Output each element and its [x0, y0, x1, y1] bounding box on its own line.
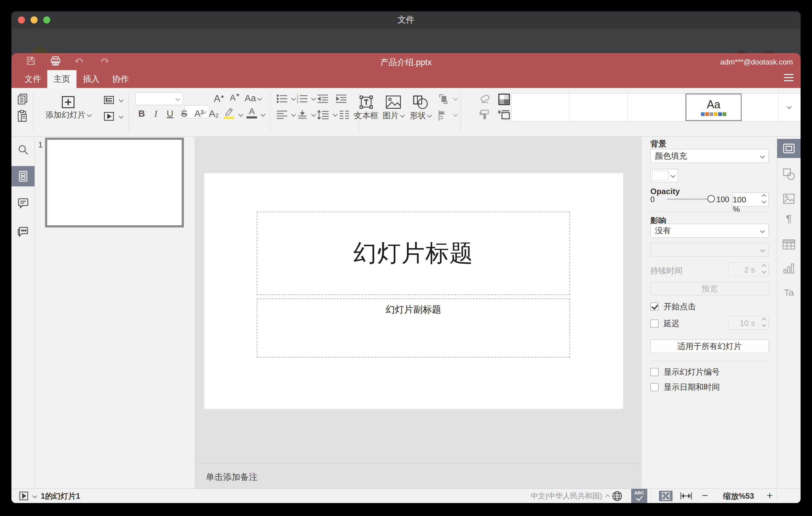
- vertical-align-icon[interactable]: [298, 110, 307, 119]
- highlight-color-button[interactable]: [224, 107, 234, 119]
- align-shape-icon[interactable]: [438, 110, 448, 121]
- apply-to-all-slides-button[interactable]: 适用于所有幻灯片: [650, 340, 769, 353]
- textart-settings-icon[interactable]: Ta: [777, 283, 801, 302]
- effect-select[interactable]: 没有: [650, 224, 769, 238]
- theme-gallery-expand[interactable]: [779, 93, 800, 121]
- columns-icon[interactable]: [339, 110, 350, 119]
- theme-option[interactable]: [570, 93, 628, 121]
- opacity-input[interactable]: 100 %: [732, 193, 769, 206]
- preview-button[interactable]: 预览: [650, 282, 769, 295]
- copy-icon[interactable]: [18, 93, 28, 105]
- spellcheck-icon[interactable]: ABC: [631, 489, 647, 503]
- save-icon[interactable]: [26, 56, 35, 67]
- zoom-in-button[interactable]: +: [767, 489, 773, 501]
- chevron-down-icon[interactable]: [311, 96, 316, 101]
- table-settings-icon[interactable]: [777, 235, 801, 254]
- theme-option[interactable]: [742, 93, 779, 121]
- chevron-down-icon[interactable]: [453, 112, 458, 117]
- slide-editing-area[interactable]: 幻灯片标题 幻灯片副标题: [204, 173, 623, 409]
- undo-icon[interactable]: [75, 58, 84, 67]
- fill-color-swatch[interactable]: [650, 169, 678, 182]
- subtitle-placeholder[interactable]: 幻灯片副标题: [257, 298, 570, 358]
- decrease-font-button[interactable]: A: [230, 93, 239, 103]
- chevron-down-icon[interactable]: [291, 96, 296, 101]
- chevron-down-icon[interactable]: [291, 112, 296, 117]
- redo-icon[interactable]: [100, 58, 109, 67]
- opacity-slider-track[interactable]: [667, 198, 711, 200]
- chevron-down-icon[interactable]: [32, 493, 37, 498]
- delay-input[interactable]: 10 s: [728, 316, 769, 329]
- effect-type-select[interactable]: [650, 243, 769, 257]
- font-name-select[interactable]: [136, 92, 183, 105]
- subscript-button[interactable]: A₂: [208, 108, 220, 119]
- slide-settings-icon[interactable]: [777, 139, 801, 158]
- chevron-up-icon[interactable]: [605, 494, 610, 499]
- checkbox-icon[interactable]: [650, 319, 659, 328]
- chart-settings-icon[interactable]: [777, 259, 801, 278]
- eraser-icon[interactable]: [479, 94, 490, 104]
- font-color-button[interactable]: A: [246, 107, 257, 118]
- bold-button[interactable]: B: [136, 108, 148, 119]
- chevron-down-icon[interactable]: [238, 112, 243, 117]
- chat-icon[interactable]: [11, 222, 34, 242]
- duration-input[interactable]: 2 s: [728, 263, 769, 276]
- theme-colors-icon[interactable]: [498, 93, 510, 105]
- chevron-down-icon[interactable]: [333, 112, 338, 117]
- tab-insert[interactable]: 插入: [77, 70, 106, 88]
- show-date-time-checkbox[interactable]: 显示日期和时间: [650, 382, 720, 393]
- increase-indent-icon[interactable]: [336, 94, 346, 104]
- slides-panel-icon[interactable]: [11, 166, 34, 187]
- fill-type-select[interactable]: 颜色填充: [650, 149, 769, 163]
- start-slideshow-status-icon[interactable]: [20, 492, 28, 501]
- tab-home[interactable]: 主页: [47, 70, 77, 88]
- change-case-button[interactable]: Aa: [245, 93, 261, 104]
- paint-roller-icon[interactable]: [479, 110, 490, 121]
- chevron-down-icon[interactable]: [119, 97, 124, 103]
- superscript-button[interactable]: A²: [193, 108, 205, 119]
- zoom-out-button[interactable]: −: [702, 489, 708, 501]
- paste-icon[interactable]: [18, 110, 28, 122]
- tab-file[interactable]: 文件: [19, 70, 47, 88]
- chevron-down-icon[interactable]: [261, 112, 266, 117]
- increase-font-button[interactable]: A: [214, 93, 224, 104]
- chevron-down-icon[interactable]: [311, 112, 316, 117]
- theme-option-selected[interactable]: Aa: [686, 93, 742, 121]
- checkbox-icon[interactable]: [650, 368, 659, 376]
- checkbox-checked-icon[interactable]: [650, 303, 659, 311]
- arrange-shape-icon[interactable]: [438, 93, 449, 105]
- title-placeholder[interactable]: 幻灯片标题: [257, 212, 570, 295]
- shape-settings-icon[interactable]: [777, 165, 801, 183]
- start-slideshow-icon[interactable]: [104, 112, 114, 121]
- image-settings-icon[interactable]: [777, 189, 801, 208]
- insert-textbox-button[interactable]: 文本框: [353, 88, 379, 121]
- slide-thumbnail[interactable]: [45, 138, 184, 227]
- print-icon[interactable]: [50, 56, 61, 67]
- opacity-slider-handle[interactable]: [707, 195, 715, 202]
- notes-area[interactable]: 单击添加备注: [195, 463, 641, 489]
- start-on-click-checkbox[interactable]: 开始点击: [650, 301, 696, 312]
- checkbox-icon[interactable]: [650, 383, 659, 391]
- numbering-icon[interactable]: 1 2 3: [297, 94, 308, 104]
- chevron-down-icon[interactable]: [119, 114, 124, 119]
- language-selector[interactable]: 中文(中华人民共和国): [531, 489, 602, 503]
- theme-option[interactable]: [512, 93, 570, 121]
- fit-to-width-icon[interactable]: [680, 492, 692, 501]
- show-slide-number-checkbox[interactable]: 显示幻灯片编号: [650, 367, 720, 377]
- slide-size-icon[interactable]: [498, 110, 510, 120]
- delay-checkbox[interactable]: 延迟: [650, 318, 680, 329]
- spinner-arrows[interactable]: [762, 195, 765, 203]
- insert-shape-button[interactable]: 形状: [408, 88, 433, 121]
- strikethrough-button[interactable]: S: [178, 108, 190, 119]
- globe-icon[interactable]: [612, 491, 622, 503]
- paragraph-settings-icon[interactable]: ¶: [777, 209, 801, 228]
- line-spacing-icon[interactable]: [317, 110, 328, 119]
- search-icon[interactable]: [11, 140, 34, 160]
- underline-button[interactable]: U: [164, 108, 176, 119]
- chevron-down-icon[interactable]: [453, 96, 458, 101]
- italic-button[interactable]: I: [150, 108, 162, 119]
- add-slide-button[interactable]: 添加幻灯片: [41, 88, 96, 120]
- change-layout-icon[interactable]: [104, 96, 114, 104]
- theme-option[interactable]: [628, 93, 686, 121]
- insert-image-button[interactable]: 图片: [380, 88, 406, 121]
- fit-to-slide-icon[interactable]: [659, 491, 672, 501]
